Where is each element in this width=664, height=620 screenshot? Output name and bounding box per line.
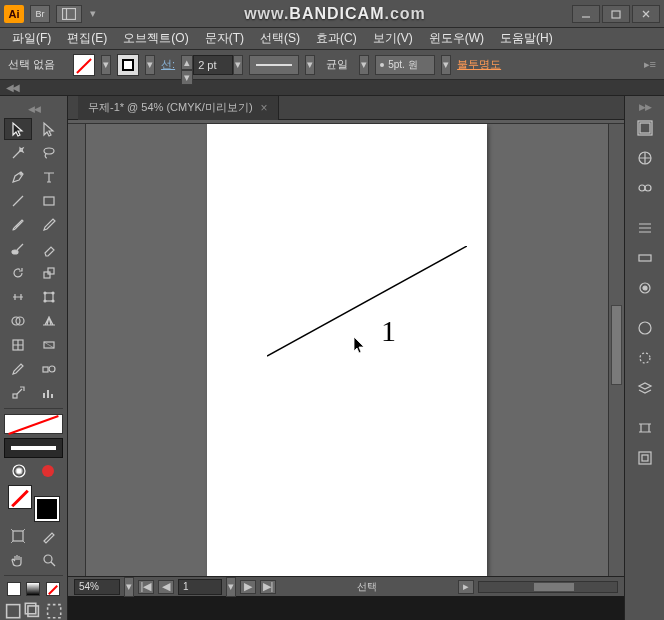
graphic-styles-panel-icon[interactable]: [629, 344, 661, 372]
stroke-weight-dropdown-icon[interactable]: ▾: [233, 55, 243, 75]
minimize-button[interactable]: [572, 5, 600, 23]
type-tool[interactable]: [35, 166, 63, 188]
stroke-style-dropdown-icon[interactable]: ▾: [305, 55, 315, 75]
artboard-dropdown-icon[interactable]: ▾: [226, 577, 236, 597]
mesh-tool[interactable]: [4, 334, 32, 356]
eyedropper-tool[interactable]: [4, 358, 32, 380]
pen-tool[interactable]: [4, 166, 32, 188]
nav-prev-button[interactable]: ◀: [158, 580, 174, 594]
maximize-button[interactable]: [602, 5, 630, 23]
brush-definition-dropdown[interactable]: 5pt. 원: [375, 55, 435, 75]
opacity-panel-link[interactable]: 불투명도: [457, 57, 501, 72]
layers-panel-icon[interactable]: [629, 374, 661, 402]
direct-selection-tool[interactable]: [35, 118, 63, 140]
magic-wand-tool[interactable]: [4, 142, 32, 164]
draw-normal-mode-icon[interactable]: [4, 602, 22, 620]
width-tool[interactable]: [4, 286, 32, 308]
color-mode-none-icon[interactable]: [46, 582, 60, 596]
artboard-tool[interactable]: [4, 525, 32, 547]
free-transform-tool[interactable]: [35, 286, 63, 308]
stroke-weight-spinner[interactable]: ▴ ▾: [181, 55, 193, 75]
close-tab-icon[interactable]: ×: [261, 101, 268, 115]
paintbrush-tool[interactable]: [4, 214, 32, 236]
right-dock-expand-icon[interactable]: ▶▶: [625, 102, 664, 112]
gradient-tool[interactable]: [35, 334, 63, 356]
shape-builder-tool[interactable]: [4, 310, 32, 332]
zoom-dropdown-icon[interactable]: ▾: [124, 577, 134, 597]
status-flyout-icon[interactable]: ▸: [458, 580, 474, 594]
document-tab[interactable]: 무제-1* @ 54% (CMYK/미리보기) ×: [78, 96, 279, 120]
menu-object[interactable]: 오브젝트(O): [115, 30, 196, 47]
hand-tool[interactable]: [4, 549, 32, 571]
artboard-number-input[interactable]: [178, 579, 222, 595]
stroke-panel-icon[interactable]: [629, 214, 661, 242]
nav-last-button[interactable]: ▶|: [260, 580, 276, 594]
vertical-scroll-thumb[interactable]: [611, 305, 622, 385]
vertical-ruler[interactable]: [68, 124, 86, 576]
stroke-panel-link[interactable]: 선:: [161, 57, 175, 72]
stroke-style-dropdown[interactable]: [249, 55, 299, 75]
red-dot-icon[interactable]: [40, 463, 56, 479]
workspace-dropdown-icon[interactable]: ▾: [88, 5, 98, 23]
close-window-button[interactable]: [632, 5, 660, 23]
perspective-grid-tool[interactable]: [35, 310, 63, 332]
color-mode-gradient-icon[interactable]: [26, 582, 40, 596]
vertical-scrollbar[interactable]: [608, 124, 624, 576]
scale-tool[interactable]: [35, 262, 63, 284]
menu-edit[interactable]: 편집(E): [59, 30, 115, 47]
stroke-weight-input[interactable]: [193, 55, 233, 75]
menu-help[interactable]: 도움말(H): [492, 30, 561, 47]
blob-brush-tool[interactable]: [4, 238, 32, 260]
pencil-tool[interactable]: [35, 214, 63, 236]
lasso-tool[interactable]: [35, 142, 63, 164]
eraser-tool[interactable]: [35, 238, 63, 260]
fill-stroke-toggle[interactable]: [4, 485, 63, 521]
nav-first-button[interactable]: |◀: [138, 580, 154, 594]
dock-collapse-icon[interactable]: ◀◀: [6, 82, 18, 93]
swatches-panel-icon[interactable]: [629, 174, 661, 202]
horizontal-scroll-thumb[interactable]: [534, 583, 574, 591]
transparency-panel-icon[interactable]: [629, 274, 661, 302]
workspace-layout-button[interactable]: [56, 5, 82, 23]
stroke-swatch-icon[interactable]: [117, 54, 139, 76]
color-panel-icon[interactable]: [629, 114, 661, 142]
menu-effect[interactable]: 효과(C): [308, 30, 365, 47]
symbols-panel-icon[interactable]: [629, 414, 661, 442]
menu-view[interactable]: 보기(V): [365, 30, 421, 47]
gradient-panel-icon[interactable]: [629, 244, 661, 272]
color-guide-panel-icon[interactable]: [629, 144, 661, 172]
canvas-viewport[interactable]: 1: [86, 124, 608, 576]
stroke-dropdown-icon[interactable]: ▾: [145, 55, 155, 75]
fill-dropdown-icon[interactable]: ▾: [101, 55, 111, 75]
profile-dropdown-icon[interactable]: ▾: [359, 55, 369, 75]
menu-file[interactable]: 파일(F): [4, 30, 59, 47]
fill-swatch-icon[interactable]: [73, 54, 95, 76]
color-wheel-icon[interactable]: [11, 463, 27, 479]
slice-tool[interactable]: [35, 525, 63, 547]
blend-tool[interactable]: [35, 358, 63, 380]
rectangle-tool[interactable]: [35, 190, 63, 212]
color-mode-fill-icon[interactable]: [7, 582, 21, 596]
horizontal-scrollbar[interactable]: [478, 581, 618, 593]
selection-tool[interactable]: [4, 118, 32, 140]
draw-inside-mode-icon[interactable]: [45, 602, 63, 620]
nav-next-button[interactable]: ▶: [240, 580, 256, 594]
tools-panel-grip-icon[interactable]: ◀◀: [4, 104, 63, 114]
menu-window[interactable]: 윈도우(W): [421, 30, 492, 47]
control-bar-flyout-icon[interactable]: ▸≡: [644, 58, 656, 71]
zoom-tool[interactable]: [35, 549, 63, 571]
brushes-panel-icon[interactable]: [629, 444, 661, 472]
menu-select[interactable]: 선택(S): [252, 30, 308, 47]
zoom-level-input[interactable]: [74, 579, 120, 595]
fill-none-swatch-large[interactable]: [4, 414, 63, 434]
menu-type[interactable]: 문자(T): [197, 30, 252, 47]
stroke-line-swatch-large[interactable]: [4, 438, 63, 458]
rotate-tool[interactable]: [4, 262, 32, 284]
column-graph-tool[interactable]: [35, 382, 63, 404]
draw-behind-mode-icon[interactable]: [24, 602, 42, 620]
appearance-panel-icon[interactable]: [629, 314, 661, 342]
bridge-badge-icon[interactable]: Br: [30, 5, 50, 23]
line-segment-tool[interactable]: [4, 190, 32, 212]
symbol-sprayer-tool[interactable]: [4, 382, 32, 404]
brush-dropdown-icon[interactable]: ▾: [441, 55, 451, 75]
